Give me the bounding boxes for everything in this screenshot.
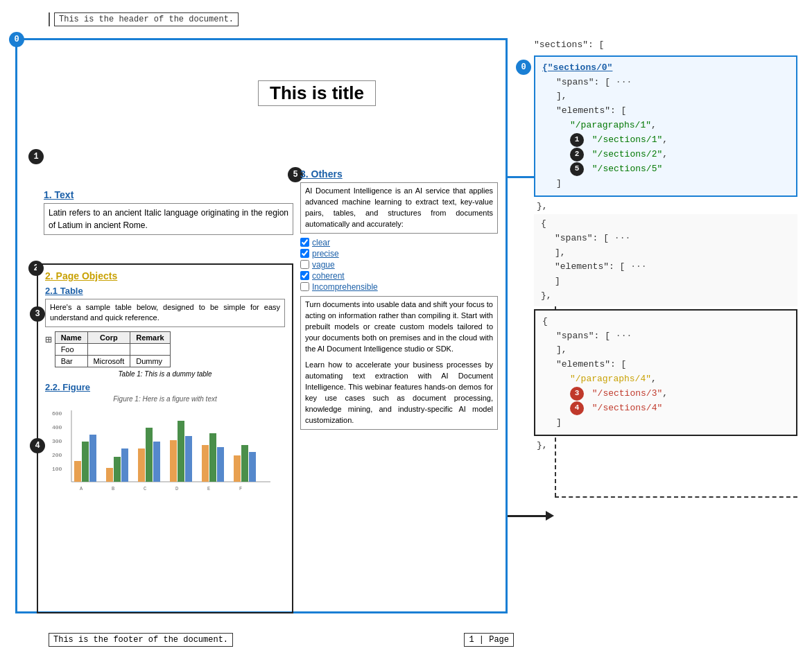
checkbox-item-incomprehensible: Incomprehensible	[300, 282, 498, 292]
badge-2-inline: 2	[570, 148, 584, 162]
section2-heading: 2. Page Objects	[45, 270, 285, 281]
badge-3-inline: 3	[570, 387, 584, 401]
badge-3: 3	[30, 306, 45, 322]
footer-text: This is the footer of the document.	[53, 635, 228, 645]
data-table: Name Corp Remark Foo Bar M	[55, 331, 171, 367]
svg-text:400: 400	[52, 424, 62, 430]
json-last-elements-open: "elements": [	[556, 358, 789, 372]
svg-rect-12	[121, 448, 128, 482]
json-element-sections5: 5 "/sections/5"	[570, 162, 789, 177]
document-panel: 0 This is title 1 1. Text Latin refers t…	[15, 38, 508, 613]
checkbox-coherent[interactable]	[300, 271, 309, 280]
section3-body: Here's a sample table below, designed to…	[45, 299, 285, 327]
table-row: Foo	[55, 343, 170, 355]
svg-text:100: 100	[52, 466, 62, 472]
json-middle-elements-close: ]	[555, 275, 791, 289]
page-num-text: 1 | Page	[469, 635, 509, 645]
svg-rect-22	[234, 455, 241, 482]
json-middle-spans: "spans": [ ···	[555, 232, 791, 246]
json-last-paragraphs4: "/paragraphs/4",	[570, 372, 789, 387]
svg-rect-11	[114, 457, 121, 482]
table-cell: Dummy	[130, 355, 170, 367]
document-header: This is the header of the document.	[49, 12, 239, 26]
document-footer: This is the footer of the document.	[49, 633, 233, 647]
checkbox-label-coherent: coherent	[312, 271, 345, 281]
svg-rect-20	[209, 433, 216, 482]
header-text: This is the header of the document.	[54, 12, 239, 26]
arrow-to-last-section	[508, 511, 554, 521]
checkbox-vague[interactable]	[300, 260, 309, 269]
json-last-spans-close: ],	[556, 343, 789, 358]
checkbox-precise[interactable]	[300, 249, 309, 258]
svg-rect-10	[106, 468, 113, 482]
svg-rect-18	[185, 436, 192, 482]
section-5: 3. Others AI Document Intelligence is an…	[300, 168, 498, 434]
json-panel: "sections": [ 0 {"sections/0" "spans": […	[534, 38, 797, 453]
json-last-elements-close: ]	[556, 416, 789, 430]
section-badge-0: 0	[9, 32, 24, 47]
svg-rect-16	[170, 440, 177, 482]
json-middle-close: },	[541, 289, 791, 304]
table-caption: Table 1: This is a dummy table	[45, 370, 285, 378]
json-spans-line: "spans": [ ···	[556, 76, 789, 90]
badge-5-inline: 5	[570, 162, 584, 176]
page-number: 1 | Page	[464, 633, 514, 647]
json-middle-section: { "spans": [ ··· ], "elements": [ ··· ] …	[534, 214, 797, 306]
svg-rect-24	[249, 452, 256, 482]
json-middle-open: {	[541, 217, 791, 232]
section5-heading: 3. Others	[300, 168, 498, 180]
json-last-open: {	[542, 315, 789, 329]
checkbox-label-vague: vague	[312, 260, 335, 270]
json-badge-0: 0	[516, 60, 531, 75]
json-element-sections1: 1 "/sections/1",	[570, 133, 789, 148]
section5-text2: Turn documents into usable data and shif…	[300, 296, 498, 430]
svg-text:D: D	[175, 486, 178, 491]
svg-rect-9	[89, 435, 96, 482]
svg-text:C: C	[144, 486, 146, 491]
json-sections-key: "sections": [	[534, 38, 797, 53]
svg-rect-8	[82, 442, 89, 482]
json-elements-open: "elements": [	[556, 104, 789, 119]
json-section0-box: 0 {"sections/0" "spans": [ ··· ], "eleme…	[534, 55, 797, 197]
json-last-sections4: 4 "/sections/4"	[570, 401, 789, 416]
dashed-line-horizontal	[555, 496, 797, 498]
json-element-sections2: 2 "/sections/2",	[570, 148, 789, 162]
section-1: 1. Text Latin refers to an ancient Itali…	[44, 189, 293, 235]
section3-heading: 2.1 Table	[45, 286, 285, 296]
document-title: This is title	[258, 80, 376, 106]
checkbox-label-clear: clear	[312, 238, 330, 247]
table-cell: Bar	[55, 355, 87, 367]
checkbox-list: clear precise vague coherent Incomprehen…	[300, 238, 498, 292]
table-row: Bar Microsoft Dummy	[55, 355, 170, 367]
table-header-corp: Corp	[87, 331, 130, 343]
svg-text:600: 600	[52, 410, 62, 417]
section-2-box: 2. Page Objects 3 2.1 Table Here's a sam…	[37, 263, 293, 613]
checkbox-label-precise: precise	[312, 249, 339, 259]
table-cell	[130, 343, 170, 355]
checkbox-clear[interactable]	[300, 238, 309, 247]
section5-text1: AI Document Intelligence is an AI servic…	[300, 182, 498, 234]
table-header-name: Name	[55, 331, 87, 343]
badge-4: 4	[30, 438, 45, 453]
table-icon: ⊞	[45, 333, 52, 347]
svg-text:200: 200	[52, 452, 62, 458]
json-last-section-close: },	[534, 439, 797, 453]
checkbox-item-clear: clear	[300, 238, 498, 247]
json-spans-close: ],	[556, 89, 789, 104]
checkbox-label-incomprehensible: Incomprehensible	[312, 282, 378, 292]
json-last-spans: "spans": [ ···	[556, 329, 789, 344]
svg-text:E: E	[207, 486, 210, 491]
table-cell	[87, 343, 130, 355]
checkbox-incomprehensible[interactable]	[300, 282, 309, 291]
table-header-remark: Remark	[130, 331, 170, 343]
badge-1: 1	[28, 149, 44, 164]
figure-caption: Figure 1: Here is a figure with text	[45, 395, 285, 403]
table-cell: Foo	[55, 343, 87, 355]
checkbox-item-vague: vague	[300, 260, 498, 270]
svg-text:B: B	[112, 486, 114, 491]
svg-rect-7	[74, 461, 81, 482]
badge-4-inline: 4	[570, 401, 584, 415]
section1-heading: 1. Text	[44, 189, 293, 200]
svg-text:F: F	[239, 486, 242, 491]
svg-rect-17	[178, 421, 184, 482]
